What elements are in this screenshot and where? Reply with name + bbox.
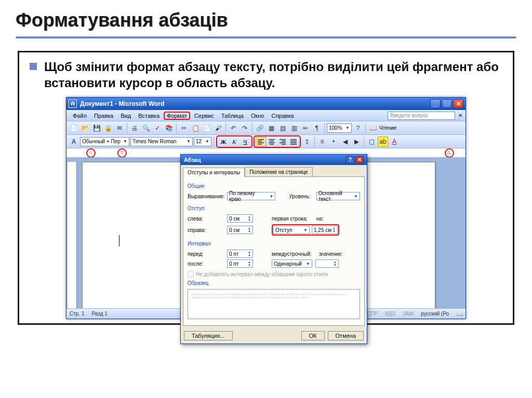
after-input[interactable]: 0 пт▲▼ (227, 259, 253, 268)
no-space-checkbox[interactable] (188, 271, 194, 277)
underline-button[interactable]: Ч (240, 137, 250, 146)
status-book-icon[interactable]: 📖 (456, 311, 462, 317)
menu-edit[interactable]: Правка (91, 112, 116, 120)
help-icon[interactable]: ? (353, 123, 363, 133)
menu-help[interactable]: Справка (268, 112, 297, 120)
cut-icon[interactable]: ✂ (179, 123, 189, 133)
bold-button[interactable]: Ж (218, 137, 229, 146)
close-button[interactable]: ✕ (453, 99, 463, 108)
read-mode-icon[interactable]: 📖 (368, 123, 378, 133)
paste-icon[interactable]: 📄 (202, 123, 212, 133)
no-space-label: Не добавлять интервал между абзацами одн… (196, 271, 328, 277)
firstline-by-input[interactable]: 1,25 см▲▼ (312, 226, 338, 234)
text-cursor (119, 235, 119, 246)
columns-icon[interactable]: ▥ (289, 123, 299, 133)
decrease-indent-icon[interactable]: ◀ (340, 136, 350, 147)
status-page: Стр. 1 (70, 311, 84, 317)
highlight-icon[interactable]: ab (378, 136, 388, 147)
dialog-close-button[interactable]: ✕ (355, 156, 364, 163)
open-icon[interactable]: 📂 (80, 123, 90, 133)
align-center-button[interactable] (267, 137, 277, 146)
slide-title: Форматування абзаців (16, 9, 516, 31)
vertical-ruler[interactable] (68, 162, 77, 308)
menu-format[interactable]: Формат (164, 112, 190, 120)
by-label: на: (316, 216, 327, 222)
status-lang: русский (Ро (421, 311, 449, 317)
group-general: Общие (188, 183, 360, 189)
borders-icon[interactable]: ▢ (366, 136, 377, 147)
value-label: значение: (319, 251, 342, 257)
firstline-combo[interactable]: Отступ▼ (273, 226, 310, 234)
line-spacing-icon[interactable]: ‡ (302, 136, 312, 147)
linespacing-combo[interactable]: Одинарный▼ (272, 259, 312, 268)
spellcheck-icon[interactable]: ✓ (152, 123, 163, 133)
status-section: Разд 1 (91, 311, 107, 317)
format-painter-icon[interactable]: 🖌 (213, 123, 223, 133)
menubar: Файл Правка Вид Вставка Формат Сервис Та… (66, 110, 466, 121)
dialog-title: Абзац (184, 157, 201, 163)
group-preview: Образец (188, 280, 360, 286)
docmap-icon[interactable]: ¶ (312, 123, 322, 133)
group-indent: Отступ (188, 205, 360, 211)
maximize-button[interactable]: □ (442, 99, 452, 108)
print-icon[interactable]: 🖨 (129, 123, 140, 133)
before-label: перед: (188, 251, 224, 257)
status-ovr: ЗАМ (403, 311, 414, 317)
undo-icon[interactable]: ↶ (228, 123, 238, 133)
align-left-button[interactable] (256, 137, 266, 146)
left-indent-input[interactable]: 0 см▲▼ (227, 214, 253, 223)
copy-icon[interactable]: 📋 (190, 123, 201, 133)
cancel-button[interactable]: Отмена (328, 331, 364, 340)
menu-table[interactable]: Таблица (218, 112, 247, 120)
drawing-icon[interactable]: ✏ (300, 123, 311, 133)
excel-icon[interactable]: ▤ (277, 123, 288, 133)
no-space-checkbox-row[interactable]: Не добавлять интервал между абзацами одн… (188, 271, 360, 277)
new-icon[interactable]: 📄 (69, 123, 79, 133)
styles-pane-icon[interactable]: A (69, 136, 79, 147)
style-combo[interactable]: Обычный + Пер▼ (80, 137, 129, 146)
bullet-text: Щоб змінити формат абзацу тексту, потріб… (44, 59, 502, 91)
italic-button[interactable]: К (229, 137, 240, 146)
minimize-button[interactable]: _ (430, 99, 441, 108)
zoom-combo[interactable]: 100%▼ (327, 123, 352, 133)
menu-tools[interactable]: Сервис (191, 112, 217, 120)
right-indent-input[interactable]: 0 см▲▼ (227, 226, 253, 234)
standard-toolbar: 📄 📂 💾 🔒 ✉ 🖨 🔍 ✓ 📚 ✂ 📋 📄 🖌 ↶ ↷ 🔗 (66, 121, 466, 135)
tab-pagination[interactable]: Положение на странице (245, 167, 312, 176)
mail-icon[interactable]: ✉ (114, 123, 125, 133)
linespacing-value-input[interactable]: ▲▼ (315, 259, 339, 268)
before-input[interactable]: 0 пт▲▼ (227, 250, 253, 258)
close-doc-icon[interactable]: ✕ (458, 113, 462, 118)
hyperlink-icon[interactable]: 🔗 (255, 123, 265, 133)
bullets-icon[interactable]: • (328, 136, 339, 147)
menu-window[interactable]: Окно (248, 112, 268, 120)
table-icon[interactable]: ▦ (266, 123, 276, 133)
alignment-combo[interactable]: По левому краю▼ (227, 192, 275, 200)
numbering-icon[interactable]: ≡ (317, 136, 327, 147)
size-combo[interactable]: 12▼ (194, 137, 211, 146)
permission-icon[interactable]: 🔒 (103, 123, 113, 133)
preview-icon[interactable]: 🔍 (141, 123, 151, 133)
help-search-input[interactable]: Введите вопрос (388, 112, 455, 120)
content-frame: Щоб змінити формат абзацу тексту, потріб… (18, 51, 514, 325)
level-combo[interactable]: Основной текст▼ (316, 192, 360, 200)
align-justify-button[interactable] (288, 137, 299, 146)
tab-indents[interactable]: Отступы и интервалы (183, 168, 245, 177)
read-mode-label[interactable]: Чтение (379, 125, 396, 131)
align-right-button[interactable] (277, 137, 288, 146)
tabs-button[interactable]: Табуляция... (184, 331, 233, 340)
level-label: Уровень: (289, 194, 313, 199)
redo-icon[interactable]: ↷ (240, 123, 250, 133)
dialog-help-button[interactable]: ? (346, 156, 354, 163)
menu-view[interactable]: Вид (117, 112, 134, 120)
linespacing-label: междустрочный: (272, 251, 316, 257)
alignment-label: Выравнивание: (188, 194, 224, 199)
menu-insert[interactable]: Вставка (135, 112, 163, 120)
ok-button[interactable]: ОК (301, 331, 325, 340)
font-color-icon[interactable]: A (389, 136, 400, 147)
save-icon[interactable]: 💾 (91, 123, 102, 133)
menu-file[interactable]: Файл (70, 112, 90, 120)
research-icon[interactable]: 📚 (164, 123, 174, 133)
font-combo[interactable]: Times New Roman▼ (130, 137, 193, 146)
increase-indent-icon[interactable]: ▶ (351, 136, 362, 147)
